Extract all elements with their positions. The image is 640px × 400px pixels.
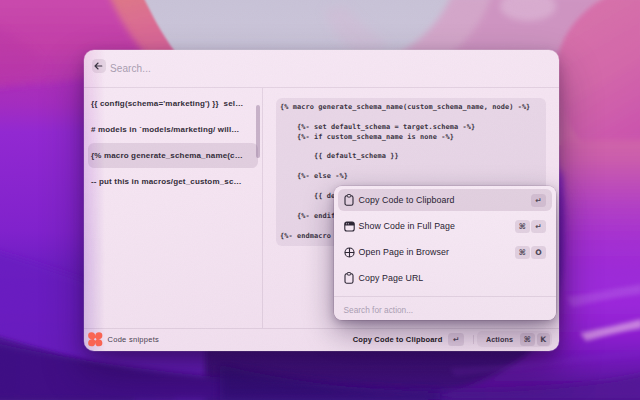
list-item-selected[interactable]: {% macro generate_schema_name(c… (84, 143, 262, 169)
list-item-label: -- put this in macros/get_custom_sc… (91, 177, 242, 186)
search-header: Search... (84, 50, 560, 88)
actions-popup: Copy Code to Clipboard ↵ Show Code in Fu… (334, 186, 556, 320)
return-key-badge: ↵ (531, 220, 546, 233)
cmd-key-badge: ⌘ (515, 246, 530, 259)
status-bar: Code snippets Copy Code to Clipboard ↵ A… (84, 328, 560, 351)
list-item[interactable]: {{ config(schema='marketing') }} sel… (84, 91, 262, 117)
dbt-logo (86, 330, 105, 349)
menu-item-label: Copy Code to Clipboard (359, 195, 455, 205)
menu-item-show-full-page[interactable]: Show Code in Full Page ⌘ ↵ (334, 213, 556, 239)
app-chip: Code snippets (86, 330, 160, 349)
desktop: Search... {{ config(schema='marketing') … (0, 0, 640, 400)
k-key-badge: K (537, 333, 551, 346)
menu-item-label: Copy Page URL (359, 273, 424, 283)
o-key-badge: O (531, 246, 546, 259)
app-window-icon (344, 220, 355, 232)
clipboard-icon (344, 272, 355, 284)
app-name: Code snippets (108, 335, 160, 344)
back-button[interactable] (92, 59, 106, 73)
action-search-input[interactable]: Search for action... (334, 298, 556, 321)
list-item-label: {% macro generate_schema_name(c… (91, 151, 243, 160)
clipboard-icon (344, 194, 355, 206)
list-scrollbar[interactable] (256, 105, 260, 158)
menu-item-label: Open Page in Browser (359, 247, 450, 257)
arrow-left-icon (94, 62, 103, 70)
menu-item-copy-url[interactable]: Copy Page URL (334, 265, 556, 291)
menu-item-open-browser[interactable]: Open Page in Browser ⌘ O (334, 239, 556, 265)
menu-item-copy-code[interactable]: Copy Code to Clipboard ↵ (334, 187, 556, 213)
menu-item-shortcut: ↵ (531, 194, 546, 207)
popup-divider (334, 291, 556, 297)
menu-item-shortcut: ⌘ O (515, 246, 546, 259)
actions-label: Actions (486, 335, 513, 344)
menu-item-shortcut: ⌘ ↵ (515, 220, 546, 233)
status-bar-right: Copy Code to Clipboard ↵ Actions ⌘ K (353, 331, 552, 348)
cmd-key-badge: ⌘ (515, 220, 530, 233)
cmd-key-badge: ⌘ (520, 333, 535, 346)
snippet-list: {{ config(schema='marketing') }} sel… # … (84, 88, 263, 328)
menu-item-label: Show Code in Full Page (359, 221, 456, 231)
status-bar-divider (473, 335, 474, 344)
actions-button[interactable]: Actions ⌘ K (477, 331, 551, 348)
list-item-label: {{ config(schema='marketing') }} sel… (91, 99, 243, 108)
globe-icon (344, 246, 355, 258)
list-item[interactable]: -- put this in macros/get_custom_sc… (84, 169, 262, 195)
list-item-label: # models in `models/marketing/ will… (91, 125, 239, 134)
return-key-badge: ↵ (531, 194, 546, 207)
search-input[interactable]: Search... (110, 50, 151, 88)
primary-action-label[interactable]: Copy Code to Clipboard (353, 335, 443, 344)
list-item[interactable]: # models in `models/marketing/ will… (84, 117, 262, 143)
return-key-badge: ↵ (448, 333, 464, 346)
